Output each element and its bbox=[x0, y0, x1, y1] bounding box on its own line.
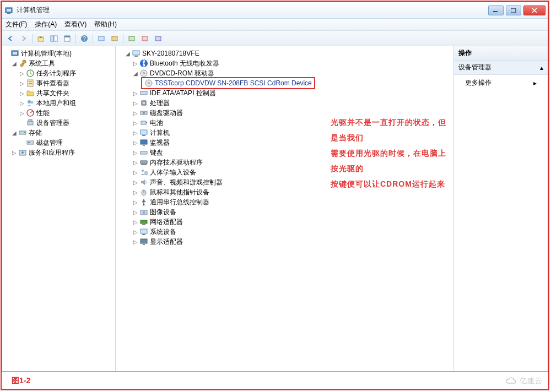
sound-icon bbox=[139, 178, 148, 187]
expand-icon[interactable]: ▷ bbox=[132, 90, 138, 96]
computer-icon bbox=[132, 49, 141, 58]
scan-button[interactable] bbox=[95, 32, 107, 45]
expand-icon[interactable]: ▷ bbox=[132, 100, 138, 106]
expand-icon[interactable]: ▷ bbox=[19, 90, 25, 96]
expand-icon[interactable]: ▷ bbox=[19, 70, 25, 77]
close-button[interactable] bbox=[523, 6, 545, 15]
actions-more[interactable]: 更多操作 ▸ bbox=[454, 75, 548, 91]
svg-rect-36 bbox=[134, 56, 138, 57]
expand-icon[interactable]: ▷ bbox=[132, 170, 138, 176]
collapse-icon[interactable]: ◢ bbox=[11, 130, 17, 136]
device-root[interactable]: ◢ SKY-20180718VFE bbox=[117, 48, 452, 58]
expand-icon[interactable]: ▷ bbox=[132, 140, 138, 146]
svg-rect-16 bbox=[155, 36, 161, 41]
expander-icon[interactable] bbox=[19, 140, 25, 146]
expand-icon[interactable]: ▷ bbox=[19, 100, 25, 106]
services-icon bbox=[18, 148, 27, 157]
expand-icon[interactable]: ▷ bbox=[132, 199, 138, 205]
expand-icon[interactable]: ▷ bbox=[132, 179, 138, 186]
highlighted-device[interactable]: TSSTcorp CDDVDW SN-208FB SCSI CdRom Devi… bbox=[141, 77, 315, 89]
device-usb[interactable]: ▷通用串行总线控制器 bbox=[117, 197, 452, 207]
svg-rect-55 bbox=[143, 153, 143, 153]
figure-label: 图1-2 bbox=[12, 376, 30, 386]
system-icon bbox=[139, 227, 148, 236]
disk-drive-icon bbox=[139, 108, 148, 117]
tree-device-manager[interactable]: 设备管理器 bbox=[3, 118, 114, 128]
expand-icon[interactable]: ▷ bbox=[132, 239, 138, 245]
hid-icon bbox=[139, 168, 148, 177]
menu-view[interactable]: 查看(V) bbox=[64, 20, 87, 29]
tree-services-apps[interactable]: ▷ 服务和应用程序 bbox=[3, 148, 114, 157]
expand-icon[interactable]: ▷ bbox=[132, 61, 138, 67]
collapse-icon[interactable]: ◢ bbox=[11, 61, 17, 67]
show-hide-tree-button[interactable] bbox=[48, 32, 60, 45]
svg-point-59 bbox=[142, 170, 144, 172]
svg-point-63 bbox=[143, 204, 145, 206]
tool-button-1[interactable] bbox=[126, 32, 138, 45]
svg-rect-2 bbox=[7, 13, 10, 14]
tree-local-users[interactable]: ▷ 本地用户和组 bbox=[3, 98, 114, 108]
expand-icon[interactable]: ▷ bbox=[132, 189, 138, 195]
users-icon bbox=[26, 99, 35, 107]
mouse-icon bbox=[139, 188, 148, 197]
expand-icon[interactable]: ▷ bbox=[19, 80, 25, 86]
maximize-button[interactable] bbox=[506, 6, 521, 15]
svg-rect-57 bbox=[141, 161, 147, 164]
tree-root[interactable]: 计算机管理(本地) bbox=[3, 48, 114, 58]
svg-rect-32 bbox=[28, 142, 30, 143]
svg-rect-22 bbox=[29, 81, 32, 82]
clock-icon bbox=[26, 69, 35, 78]
refresh-button[interactable] bbox=[109, 32, 121, 45]
network-icon bbox=[139, 217, 148, 226]
menu-file[interactable]: 文件(F) bbox=[6, 20, 27, 29]
device-cpu[interactable]: ▷处理器 bbox=[117, 98, 452, 108]
expander-icon[interactable] bbox=[19, 120, 25, 126]
expander-icon[interactable] bbox=[3, 51, 9, 57]
tree-performance[interactable]: ▷ 性能 bbox=[3, 108, 114, 118]
expand-icon[interactable]: ▷ bbox=[11, 150, 17, 156]
expand-icon[interactable]: ▷ bbox=[132, 229, 138, 235]
tool-button-3[interactable] bbox=[152, 32, 164, 45]
camera-icon bbox=[139, 208, 148, 216]
expand-icon[interactable]: ▷ bbox=[19, 110, 25, 116]
device-imaging[interactable]: ▷图像设备 bbox=[117, 207, 452, 217]
actions-panel: 操作 设备管理器 ▴ 更多操作 ▸ bbox=[454, 46, 548, 371]
expand-icon[interactable]: ▷ bbox=[132, 219, 138, 225]
expand-icon[interactable]: ▷ bbox=[132, 209, 138, 215]
tree-event-viewer[interactable]: ▷ 事件查看器 bbox=[3, 78, 114, 88]
menu-action[interactable]: 操作(A) bbox=[35, 20, 57, 29]
expand-icon[interactable]: ▷ bbox=[132, 150, 138, 156]
tool-button-2[interactable] bbox=[139, 32, 151, 45]
device-bluetooth[interactable]: ▷Bluetooth 无线电收发器 bbox=[117, 58, 452, 68]
chevron-right-icon: ▸ bbox=[533, 79, 537, 87]
device-network[interactable]: ▷网络适配器 bbox=[117, 217, 452, 227]
tree-task-scheduler[interactable]: ▷ 任务计划程序 bbox=[3, 68, 114, 78]
expand-icon[interactable]: ▷ bbox=[132, 160, 138, 166]
properties-button[interactable] bbox=[61, 32, 73, 45]
help-button[interactable]: ? bbox=[78, 32, 90, 45]
expand-icon[interactable]: ▷ bbox=[132, 130, 138, 136]
collapse-icon[interactable]: ◢ bbox=[125, 51, 131, 57]
performance-icon bbox=[26, 108, 35, 117]
svg-rect-51 bbox=[141, 140, 147, 144]
device-ide[interactable]: ▷IDE ATA/ATAPI 控制器 bbox=[117, 88, 452, 98]
tree-disk-mgmt[interactable]: 磁盘管理 bbox=[3, 138, 114, 148]
tree-system-tools[interactable]: ◢ 系统工具 bbox=[3, 58, 114, 68]
svg-rect-60 bbox=[145, 172, 147, 175]
up-button[interactable] bbox=[35, 32, 47, 45]
storage-icon bbox=[18, 128, 27, 137]
minimize-button[interactable] bbox=[488, 6, 504, 15]
back-button[interactable] bbox=[4, 32, 17, 45]
center-tree-panel: ◢ SKY-20180718VFE ▷Bluetooth 无线电收发器 ◢DVD… bbox=[116, 46, 454, 371]
actions-sub[interactable]: 设备管理器 ▴ bbox=[454, 61, 548, 75]
collapse-icon[interactable]: ◢ bbox=[132, 70, 138, 77]
svg-rect-48 bbox=[146, 122, 147, 123]
tree-shared-folders[interactable]: ▷ 共享文件夹 bbox=[3, 88, 114, 98]
device-display[interactable]: ▷显示适配器 bbox=[117, 237, 452, 247]
forward-button[interactable] bbox=[18, 32, 30, 45]
tree-storage[interactable]: ◢ 存储 bbox=[3, 128, 114, 138]
device-system[interactable]: ▷系统设备 bbox=[117, 227, 452, 237]
expand-icon[interactable]: ▷ bbox=[132, 110, 138, 116]
expand-icon[interactable]: ▷ bbox=[132, 120, 138, 126]
menu-help[interactable]: 帮助(H) bbox=[94, 20, 117, 29]
